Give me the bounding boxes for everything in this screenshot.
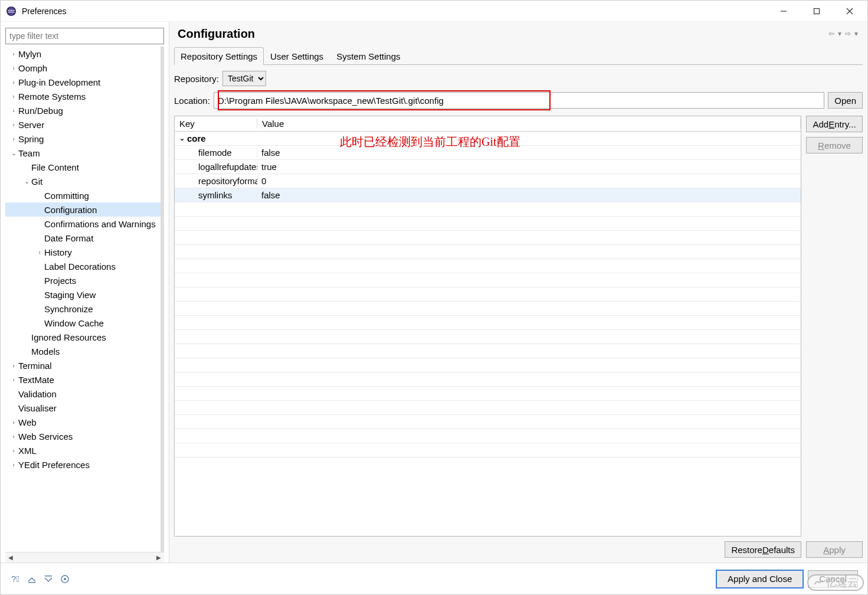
apply-button[interactable]: Apply [806, 541, 863, 558]
repository-select[interactable]: TestGit [222, 71, 266, 86]
tree-item[interactable]: Ignored Resources [5, 330, 164, 344]
tree-item[interactable]: File Content [5, 160, 164, 174]
tree-item[interactable]: Projects [5, 273, 164, 287]
tree-item[interactable]: ›YEdit Preferences [5, 457, 164, 472]
chevron-right-icon[interactable]: › [9, 107, 18, 114]
preferences-tree[interactable]: ›Mylyn›Oomph›Plug-in Development›Remote … [5, 47, 164, 552]
table-group-row[interactable]: ⌄core [175, 132, 801, 146]
page-header: Configuration ⇦ ▾ ⇨ ▾ [169, 22, 867, 45]
oomph-icon[interactable] [60, 574, 70, 584]
table-side-buttons: Add Entry... Remove [806, 116, 863, 537]
location-input[interactable] [214, 92, 824, 109]
tree-item[interactable]: ›Remote Systems [5, 89, 164, 103]
chevron-right-icon[interactable]: › [9, 461, 18, 468]
tree-item[interactable]: ⌄Team [5, 146, 164, 160]
table-row-empty [175, 387, 801, 401]
tree-item[interactable]: Validation [5, 387, 164, 401]
chevron-right-icon[interactable]: › [35, 249, 44, 256]
maximize-button[interactable] [800, 1, 833, 22]
restore-defaults-button[interactable]: Restore Defaults [725, 541, 801, 558]
tree-item[interactable]: ›Server [5, 117, 164, 132]
col-key[interactable]: Key [175, 119, 257, 129]
scrollbar-horizontal[interactable]: ◀ ▶ [5, 552, 164, 563]
nav-forward-dropdown-icon[interactable]: ▾ [853, 30, 859, 38]
open-button[interactable]: Open [828, 92, 863, 109]
nav-back-icon[interactable]: ⇦ [827, 30, 836, 38]
tree-item[interactable]: Models [5, 344, 164, 358]
tree-item-label: Run/Debug [18, 106, 63, 116]
chevron-down-icon[interactable]: ⌄ [9, 149, 18, 157]
titlebar: Preferences [1, 1, 867, 22]
chevron-right-icon[interactable]: › [9, 376, 18, 383]
tab-user-settings[interactable]: User Settings [264, 47, 330, 65]
chevron-right-icon[interactable]: › [9, 93, 18, 100]
table-body[interactable]: ⌄corefilemodefalselogallrefupdatestruere… [175, 132, 801, 536]
tab-system-settings[interactable]: System Settings [330, 47, 407, 65]
tree-item[interactable]: ⌄Git [5, 174, 164, 188]
chevron-right-icon[interactable]: › [9, 362, 18, 369]
table-row-empty [175, 273, 801, 287]
tree-item-label: File Content [31, 162, 79, 172]
import-icon[interactable] [27, 574, 37, 584]
tree-item[interactable]: Configuration [5, 202, 164, 217]
tree-item[interactable]: Date Format [5, 231, 164, 245]
apply-and-close-button[interactable]: Apply and Close [716, 570, 803, 588]
tree-item[interactable]: ›Spring [5, 132, 164, 146]
chevron-right-icon[interactable]: › [9, 447, 18, 454]
table-row[interactable]: repositoryformatversion0 [175, 174, 801, 188]
export-icon[interactable] [43, 574, 54, 584]
footer-toolbar: ?⃝ [10, 574, 716, 584]
minimize-button[interactable] [767, 1, 800, 22]
config-table-area: Key Value ⌄corefilemodefalselogallrefupd… [174, 116, 863, 537]
tree-item[interactable]: Committing [5, 188, 164, 202]
tree-item[interactable]: ›Mylyn [5, 47, 164, 61]
chevron-right-icon[interactable]: › [9, 64, 18, 71]
tree-item[interactable]: ›TextMate [5, 372, 164, 387]
chevron-right-icon[interactable]: › [9, 433, 18, 440]
table-row[interactable]: symlinksfalse [175, 188, 801, 202]
chevron-right-icon[interactable]: › [9, 50, 18, 57]
chevron-right-icon[interactable]: › [9, 79, 18, 86]
chevron-down-icon[interactable]: ⌄ [22, 178, 31, 185]
tree-item[interactable]: ›Plug-in Development [5, 75, 164, 89]
tree-item[interactable]: ›History [5, 245, 164, 259]
tree-item[interactable]: ›Run/Debug [5, 103, 164, 117]
tree-item[interactable]: Label Decorations [5, 259, 164, 273]
table-row[interactable]: filemodefalse [175, 146, 801, 160]
chevron-down-icon[interactable]: ⌄ [179, 135, 185, 142]
table-row-empty [175, 202, 801, 217]
table-row[interactable]: logallrefupdatestrue [175, 160, 801, 174]
tree-item[interactable]: ›Oomph [5, 61, 164, 75]
tree-item[interactable]: ›Web [5, 415, 164, 429]
nav-back-dropdown-icon[interactable]: ▾ [837, 30, 843, 38]
tree-item-label: Committing [44, 191, 89, 201]
tree-item[interactable]: Window Cache [5, 316, 164, 330]
cell-key: logallrefupdates [175, 162, 257, 172]
help-icon[interactable]: ?⃝ [10, 574, 21, 584]
scrollbar-vertical[interactable] [161, 47, 164, 552]
chevron-right-icon[interactable]: › [9, 419, 18, 426]
tree-item[interactable]: ›Web Services [5, 429, 164, 443]
tree-item[interactable]: Staging View [5, 287, 164, 302]
close-button[interactable] [833, 1, 866, 22]
remove-button[interactable]: Remove [806, 137, 863, 153]
scroll-right-icon[interactable]: ▶ [153, 552, 164, 563]
tree-item[interactable]: Synchronize [5, 302, 164, 316]
tree-item[interactable]: ›XML [5, 443, 164, 457]
scroll-left-icon[interactable]: ◀ [5, 552, 16, 563]
tree-item[interactable]: Visualiser [5, 401, 164, 415]
tree-item[interactable]: ›Terminal [5, 358, 164, 372]
nav-forward-icon[interactable]: ⇨ [844, 30, 852, 38]
svg-rect-8 [28, 582, 35, 583]
filter-input[interactable] [5, 28, 164, 44]
tree-item[interactable]: Confirmations and Warnings [5, 217, 164, 231]
table-row-empty [175, 358, 801, 372]
add-entry-button[interactable]: Add Entry... [806, 116, 863, 132]
tab-repository-settings[interactable]: Repository Settings [174, 47, 264, 65]
col-value[interactable]: Value [257, 119, 801, 129]
chevron-right-icon[interactable]: › [9, 135, 18, 142]
dialog-footer: ?⃝ Apply and Close Cancel [1, 563, 867, 594]
svg-rect-2 [8, 10, 15, 11]
cell-value: false [257, 148, 801, 158]
chevron-right-icon[interactable]: › [9, 121, 18, 128]
